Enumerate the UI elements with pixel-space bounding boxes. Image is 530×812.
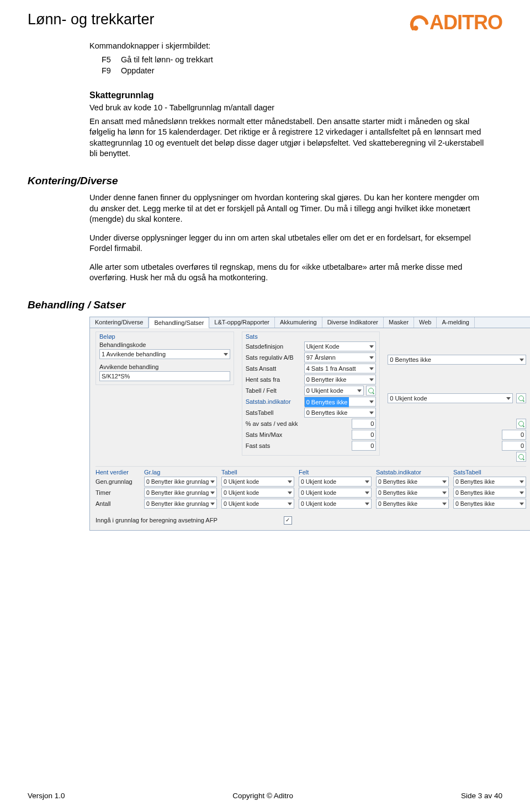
footer-version: Versjon 1.0 [28, 792, 65, 800]
fast-input[interactable]: 0 [352, 441, 376, 451]
tab-web[interactable]: Web [414, 317, 437, 328]
satsreg-label: Sats regulativ A/B [246, 354, 301, 361]
satsreg-dropdown[interactable]: 97 Årslønn [304, 352, 377, 362]
behandlingskode-dropdown[interactable]: 1 Avvikende behandling [99, 349, 230, 359]
tab-behandling[interactable]: Behandling/Satser [149, 317, 209, 328]
tab-akkumulering[interactable]: Akkumulering [275, 317, 322, 328]
hent-cell-dropdown[interactable]: 0 Benyttes ikke [376, 488, 449, 498]
fkey-row: F9 Oppdater [102, 65, 486, 76]
tabell-search-button[interactable] [366, 386, 376, 396]
behandling-heading: Behandling / Satser [28, 299, 502, 311]
hentsats-label: Hent sats fra [246, 376, 301, 383]
kontering-heading: Kontering/Diverse [28, 175, 502, 187]
tab-masker[interactable]: Masker [384, 317, 414, 328]
hent-cell-dropdown[interactable]: 0 Ukjent kode [299, 477, 372, 487]
hent-cell-dropdown[interactable]: 0 Benytter ikke grunnlag [144, 499, 217, 509]
skatt-line1: Ved bruk av kode 10 - Tabellgrunnlag m/a… [89, 103, 486, 114]
kontering-para2: Under diverse opplysninger legger du inn… [89, 233, 486, 254]
hent-col-grlag: Gr.lag [144, 469, 217, 476]
hent-col-felt: Felt [299, 469, 372, 476]
satsdefinisjon-dropdown[interactable]: Ukjent Kode [304, 341, 377, 351]
commands-section: Kommandoknapper i skjermbildet: F5 Gå ti… [89, 41, 486, 159]
hent-cell-dropdown[interactable]: 0 Benyttes ikke [453, 477, 526, 487]
fkey-label: Oppdater [121, 65, 154, 76]
hent-cell-dropdown[interactable]: 0 Benyttes ikke [453, 488, 526, 498]
afp-label: Inngå i grunnlag for beregning avsetning… [96, 517, 218, 523]
hent-cell-dropdown[interactable]: 0 Benytter ikke grunnlag [144, 477, 217, 487]
min-input[interactable]: 0 [352, 430, 376, 440]
hent-col-satstabell: SatsTabell [453, 469, 526, 476]
page-footer: Versjon 1.0 Copyright © Aditro Side 3 av… [28, 792, 502, 800]
tab-bar: Kontering/Diverse Behandling/Satser L&T-… [90, 317, 530, 328]
footer-copyright: Copyright © Aditro [232, 792, 293, 800]
satsansatt-label: Sats Ansatt [246, 365, 301, 372]
hent-row-label: Timer [96, 489, 140, 496]
fast-label: Fast sats [246, 442, 301, 449]
afp-checkbox[interactable]: ✓ [284, 516, 292, 525]
hent-verdier-section: Hent verdier Gr.lag Tabell Felt Satstab.… [96, 466, 526, 509]
kontering-para3: Alle arter som utbetales overføres til r… [89, 262, 486, 284]
fkey-key: F9 [102, 65, 115, 76]
max-input[interactable]: 0 [502, 441, 526, 451]
page-header: Lønn- og trekkarter ADITRO [28, 11, 502, 34]
logo-aditro: ADITRO [410, 11, 502, 34]
hent-col-satstab: Satstab.indikator [376, 469, 449, 476]
tabellfelt-label: Tabell / Felt [246, 387, 301, 394]
group-belop-title: Beløp [99, 333, 230, 340]
satsansatt-dropdown[interactable]: 4 Sats 1 fra Ansatt [304, 364, 377, 373]
col3-benyttes-dropdown[interactable]: 0 Benyttes ikke [388, 355, 526, 365]
pct-input-1[interactable]: 0 [352, 419, 376, 429]
hent-cell-dropdown[interactable]: 0 Ukjent kode [299, 488, 372, 498]
felt-search-button[interactable] [516, 393, 526, 403]
tab-amelding[interactable]: A-melding [437, 317, 475, 328]
afp-row: Inngå i grunnlag for beregning avsetning… [96, 513, 526, 525]
fkey-label: Gå til felt lønn- og trekkart [121, 54, 213, 65]
hent-cell-dropdown[interactable]: 0 Benyttes ikke [376, 477, 449, 487]
tab-ltoppg[interactable]: L&T-oppg/Rapporter [209, 317, 275, 328]
pct-label: % av sats / ved akk [246, 420, 301, 427]
minmax-label: Sats Min/Max [246, 431, 301, 438]
logo-text: ADITRO [430, 11, 502, 34]
fast-search-button[interactable] [516, 452, 526, 462]
hent-title: Hent verdier [96, 469, 140, 476]
avvik-label: Avvikende behandling [99, 364, 230, 370]
tabell-dropdown[interactable]: 0 Ukjent kode [304, 386, 364, 396]
logo-mark-icon [410, 15, 428, 31]
commands-heading: Kommandoknapper i skjermbildet: [89, 41, 486, 52]
hent-cell-dropdown[interactable]: 0 Ukjent kode [221, 499, 294, 509]
hent-cell-dropdown[interactable]: 0 Ukjent kode [221, 477, 294, 487]
skatt-heading: Skattegrunnlag [89, 90, 486, 100]
fkey-row: F5 Gå til felt lønn- og trekkart [102, 54, 486, 65]
hent-cell-dropdown[interactable]: 0 Ukjent kode [221, 488, 294, 498]
kontering-para1: Under denne fanen finner du opplysninger… [89, 193, 486, 225]
footer-page: Side 3 av 40 [461, 792, 502, 800]
satstabell-search-button[interactable] [516, 419, 526, 429]
satstabind-label: Satstab.indikator [246, 398, 301, 405]
svg-point-0 [414, 26, 418, 31]
group-sats-title: Sats [246, 333, 377, 340]
hent-cell-dropdown[interactable]: 0 Benyttes ikke [376, 499, 449, 509]
group-sats: Sats Satsdefinisjon Ukjent Kode Sats reg… [242, 332, 380, 456]
hent-row-label: Antall [96, 500, 140, 507]
hent-row-label: Gen.grunnlag [96, 478, 140, 485]
satstabell-dropdown[interactable]: 0 Benyttes ikke [304, 408, 377, 418]
satstabell-label: SatsTabell [246, 409, 301, 416]
felt-dropdown[interactable]: 0 Ukjent kode [388, 393, 513, 403]
skatt-para: En ansatt med månedslønn trekkes normalt… [89, 116, 486, 159]
hent-cell-dropdown[interactable]: 0 Benytter ikke grunnlag [144, 488, 217, 498]
screenshot-panel: Kontering/Diverse Behandling/Satser L&T-… [89, 317, 530, 531]
satsdefinisjon-label: Satsdefinisjon [246, 343, 301, 350]
hent-cell-dropdown[interactable]: 0 Benyttes ikke [453, 499, 526, 509]
tab-diverse-indikatorer[interactable]: Diverse Indikatorer [322, 317, 384, 328]
hentsats-dropdown[interactable]: 0 Benytter ikke grunnlag [304, 375, 377, 384]
fkey-key: F5 [102, 54, 115, 65]
satstabind-dropdown[interactable]: 0 Benyttes ikke [304, 397, 377, 407]
page-title: Lønn- og trekkarter [28, 11, 155, 28]
tab-kontering[interactable]: Kontering/Diverse [90, 317, 149, 328]
avvik-input[interactable]: S/K12*S% [99, 371, 230, 381]
hent-cell-dropdown[interactable]: 0 Ukjent kode [299, 499, 372, 509]
behandlingskode-label: Behandlingskode [99, 341, 230, 348]
pct-input-2[interactable]: 0 [502, 430, 526, 440]
kontering-body: Under denne fanen finner du opplysninger… [89, 193, 486, 284]
group-belop: Beløp Behandlingskode 1 Avvikende behand… [96, 332, 234, 385]
